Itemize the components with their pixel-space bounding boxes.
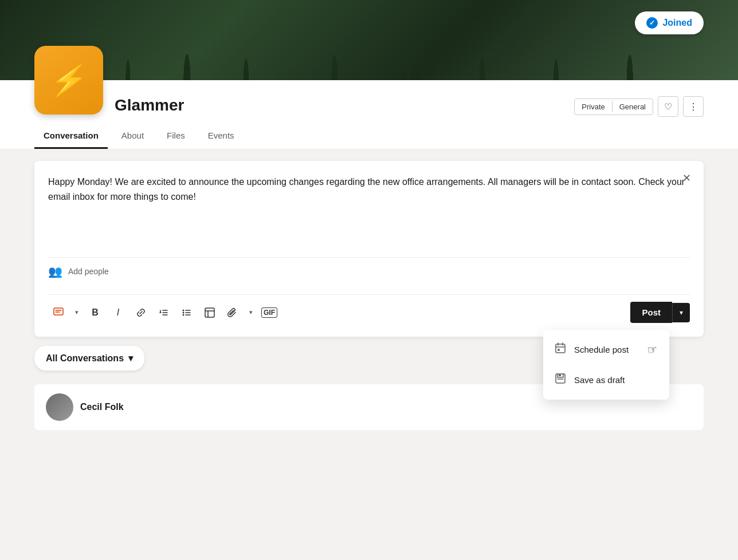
svg-rect-0	[54, 308, 63, 315]
schedule-icon	[555, 342, 566, 357]
tab-conversation[interactable]: Conversation	[34, 124, 108, 149]
save-draft-icon	[555, 373, 566, 387]
italic-icon: I	[117, 307, 119, 318]
more-options-button[interactable]: ⋮	[683, 96, 704, 117]
message-type-chevron[interactable]: ▾	[71, 302, 83, 323]
profile-header: Glammer Private General ♡ ⋮	[34, 89, 704, 117]
svg-point-3	[183, 314, 185, 316]
add-people-label[interactable]: Add people	[68, 267, 109, 276]
bold-icon: B	[92, 307, 99, 318]
close-button[interactable]: ✕	[678, 170, 694, 186]
attach-button[interactable]	[222, 302, 243, 323]
gif-icon: GIF	[261, 307, 277, 318]
add-people-icon: 👥	[48, 265, 62, 278]
hero-banner: ✓ Joined	[0, 0, 738, 80]
save-draft-item[interactable]: Save as draft	[543, 365, 669, 395]
tab-about[interactable]: About	[112, 124, 153, 149]
category-label: General	[613, 99, 653, 115]
post-dropdown-chevron[interactable]: ▾	[672, 303, 690, 322]
bullet-list-button[interactable]	[176, 302, 197, 323]
tree-silhouette	[0, 0, 704, 80]
compose-box: ✕ Happy Monday! We are excited to announ…	[34, 161, 704, 337]
profile-actions: Private General ♡ ⋮	[574, 96, 704, 117]
privacy-label: Private	[575, 99, 611, 115]
heart-button[interactable]: ♡	[658, 96, 678, 117]
svg-rect-4	[205, 308, 214, 317]
ordered-list-button[interactable]	[154, 302, 174, 323]
check-icon: ✓	[646, 17, 658, 29]
gif-button[interactable]: GIF	[259, 302, 280, 323]
all-conversations-label: All Conversations	[46, 353, 124, 364]
nav-tabs: Conversation About Files Events	[34, 124, 704, 149]
message-type-button[interactable]	[48, 302, 69, 323]
post-btn-group: Post ▾	[630, 302, 690, 323]
tab-files[interactable]: Files	[158, 124, 194, 149]
schedule-post-label: Schedule post	[574, 345, 629, 354]
compose-text-area[interactable]: Happy Monday! We are excited to announce…	[48, 175, 690, 243]
svg-rect-5	[556, 344, 565, 353]
person-name: Cecil Folk	[80, 402, 124, 412]
all-conversations-button[interactable]: All Conversations ▾	[34, 346, 144, 370]
post-dropdown-menu: Schedule post ☞ Save as draft	[543, 330, 669, 400]
svg-point-1	[183, 309, 185, 311]
joined-button[interactable]: ✓ Joined	[635, 11, 704, 34]
profile-section: ⚡ Glammer Private General ♡ ⋮ Conversati…	[0, 80, 738, 149]
app-icon: ⚡	[34, 46, 103, 115]
chevron-down-icon: ▾	[128, 353, 133, 364]
layout-button[interactable]	[199, 302, 220, 323]
toolbar-left: ▾ B I	[48, 302, 280, 323]
main-content: ✕ Happy Monday! We are excited to announ…	[0, 149, 738, 441]
svg-rect-7	[559, 374, 561, 376]
svg-point-2	[183, 311, 185, 313]
bold-button[interactable]: B	[85, 302, 105, 323]
schedule-post-item[interactable]: Schedule post ☞	[543, 334, 669, 365]
tab-events[interactable]: Events	[199, 124, 244, 149]
lightning-icon: ⚡	[47, 63, 91, 98]
link-button[interactable]	[131, 302, 151, 323]
avatar	[46, 393, 73, 421]
attach-chevron[interactable]: ▾	[245, 302, 257, 323]
italic-button[interactable]: I	[108, 302, 128, 323]
add-people-row: 👥 Add people	[48, 257, 690, 285]
group-name: Glammer	[115, 96, 184, 115]
compose-toolbar: ▾ B I	[48, 294, 690, 323]
joined-label: Joined	[662, 18, 692, 28]
privacy-badge: Private General	[574, 98, 653, 115]
banner-image	[0, 0, 738, 80]
save-draft-label: Save as draft	[574, 375, 625, 385]
post-button[interactable]: Post	[630, 302, 672, 323]
